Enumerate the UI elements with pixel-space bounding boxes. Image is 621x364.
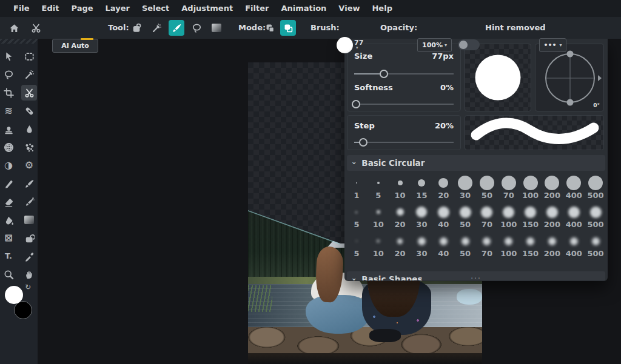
brush-hard-1[interactable]: 1 bbox=[346, 174, 368, 204]
brush-soft-500[interactable]: 500 bbox=[585, 204, 606, 233]
mode-subtract-button[interactable] bbox=[262, 20, 278, 36]
brush-softer-200[interactable]: 200 bbox=[541, 233, 563, 262]
brush-soft-50[interactable]: 50 bbox=[454, 204, 476, 233]
brush-hard-500[interactable]: 500 bbox=[585, 174, 606, 204]
sidebar-tool-magic-wand[interactable] bbox=[21, 67, 37, 82]
brush-softer-70[interactable]: 70 bbox=[476, 233, 498, 262]
size-slider[interactable] bbox=[354, 70, 454, 78]
tool-gradient-button[interactable] bbox=[209, 20, 224, 36]
sidebar-tool-eraser[interactable] bbox=[1, 194, 16, 210]
angle-value: 0° bbox=[593, 102, 600, 108]
brush-hard-10[interactable]: 10 bbox=[389, 174, 411, 204]
sidebar-tool-move[interactable] bbox=[1, 48, 16, 64]
brush-soft-10[interactable]: 10 bbox=[368, 204, 389, 233]
brush-softer-30[interactable]: 30 bbox=[411, 233, 432, 262]
brush-softer-400[interactable]: 400 bbox=[563, 233, 585, 262]
step-slider-knob[interactable] bbox=[359, 138, 368, 147]
menu-edit[interactable]: Edit bbox=[36, 0, 65, 17]
sidebar-tool-pen[interactable] bbox=[1, 176, 16, 191]
brush-softer-500[interactable]: 500 bbox=[585, 233, 606, 262]
sidebar-tool-draw[interactable] bbox=[21, 176, 37, 191]
sidebar-tool-shape[interactable] bbox=[21, 230, 37, 246]
brush-softer-20[interactable]: 20 bbox=[389, 233, 411, 262]
menu-filter[interactable]: Filter bbox=[239, 0, 275, 17]
sidebar-tool-marquee[interactable] bbox=[21, 48, 37, 64]
panel-resize-handle[interactable]: ··· bbox=[344, 276, 608, 282]
sidebar-tool-text[interactable]: T. bbox=[1, 248, 16, 264]
sidebar-tool-detail-brush[interactable] bbox=[21, 194, 37, 210]
opacity-dropdown[interactable]: 100% ▾ bbox=[417, 38, 452, 52]
menu-layer[interactable]: Layer bbox=[99, 0, 136, 17]
brush-angle-widget[interactable]: 0° bbox=[535, 44, 604, 111]
brush-soft-200[interactable]: 200 bbox=[541, 204, 563, 233]
brush-soft-40[interactable]: 40 bbox=[432, 204, 454, 233]
size-slider-knob[interactable] bbox=[380, 70, 388, 78]
sidebar-tool-clone-stamp[interactable] bbox=[1, 121, 16, 137]
sidebar-tool-mesh[interactable] bbox=[1, 139, 16, 155]
tool-lasso-button[interactable] bbox=[189, 20, 204, 36]
sidebar-tool-cutout[interactable] bbox=[21, 85, 37, 101]
brush-soft-70[interactable]: 70 bbox=[476, 204, 498, 233]
sidebar-tool-fill[interactable] bbox=[1, 212, 16, 228]
menu-page[interactable]: Page bbox=[65, 0, 99, 17]
tool-draw-brush-button[interactable] bbox=[169, 20, 184, 36]
brush-soft-100[interactable]: 100 bbox=[498, 204, 520, 233]
brush-softer-5[interactable]: 5 bbox=[346, 233, 368, 262]
brush-hard-400[interactable]: 400 bbox=[563, 174, 585, 204]
brush-softer-150[interactable]: 150 bbox=[520, 233, 542, 262]
ai-auto-button[interactable]: AI Auto bbox=[52, 39, 98, 53]
sidebar-tool-zoom[interactable] bbox=[1, 266, 16, 282]
brush-hard-200[interactable]: 200 bbox=[541, 174, 563, 204]
sidebar-tool-distort[interactable]: ⊠ bbox=[1, 230, 16, 246]
sidebar-tool-liquify[interactable]: ≋ bbox=[1, 103, 16, 119]
brush-hard-100[interactable]: 100 bbox=[520, 174, 542, 204]
sidebar-tool-lasso[interactable] bbox=[1, 67, 16, 82]
background-color-swatch[interactable] bbox=[14, 301, 32, 319]
menu-animation[interactable]: Animation bbox=[275, 0, 332, 17]
menu-help[interactable]: Help bbox=[366, 0, 398, 17]
sidebar-tool-gradient[interactable] bbox=[21, 212, 37, 228]
menu-file[interactable]: File bbox=[7, 0, 36, 17]
brush-hard-30[interactable]: 30 bbox=[454, 174, 476, 204]
brush-preview-chip[interactable] bbox=[337, 37, 353, 53]
sidebar-tool-crop[interactable] bbox=[1, 85, 16, 101]
sidebar-tool-blur[interactable] bbox=[21, 121, 37, 137]
brush-hard-5[interactable]: 5 bbox=[368, 174, 389, 204]
brush-hard-50[interactable]: 50 bbox=[476, 174, 498, 204]
tool-shape-select-button[interactable] bbox=[129, 20, 144, 36]
brush-soft-150[interactable]: 150 bbox=[520, 204, 542, 233]
brush-softer-40[interactable]: 40 bbox=[432, 233, 454, 262]
current-tool-cutout-icon[interactable] bbox=[28, 20, 44, 36]
brush-softer-100[interactable]: 100 bbox=[498, 233, 520, 262]
hint-toggle[interactable] bbox=[458, 39, 480, 50]
brush-soft-5[interactable]: 5 bbox=[346, 204, 368, 233]
brush-hard-70[interactable]: 70 bbox=[498, 174, 520, 204]
more-options-button[interactable]: ••• ▾ bbox=[539, 38, 566, 52]
home-button[interactable] bbox=[6, 20, 22, 36]
softness-slider-knob[interactable] bbox=[352, 100, 360, 108]
brush-soft-20[interactable]: 20 bbox=[389, 204, 411, 233]
softness-slider[interactable] bbox=[354, 100, 454, 108]
menu-select[interactable]: Select bbox=[136, 0, 175, 17]
brush-softer-50[interactable]: 50 bbox=[454, 233, 476, 262]
swap-colors-icon[interactable]: ↻ bbox=[25, 283, 31, 291]
brush-hard-15[interactable]: 15 bbox=[411, 174, 432, 204]
sidebar-tool-adjust[interactable]: ⚙ bbox=[21, 157, 37, 173]
mode-add-button[interactable] bbox=[280, 20, 296, 36]
section-basic-circular[interactable]: › Basic Circular bbox=[347, 155, 605, 171]
brush-hard-20[interactable]: 20 bbox=[432, 174, 454, 204]
tool-magic-wand-button[interactable] bbox=[149, 20, 164, 36]
sidebar-tool-hand[interactable] bbox=[21, 266, 37, 282]
brush-softer-10[interactable]: 10 bbox=[368, 233, 389, 262]
sidebar-tool-dodge-burn[interactable]: ◑ bbox=[1, 157, 16, 173]
brush-tip-preview bbox=[465, 44, 531, 111]
sidebar-tool-eyedropper[interactable] bbox=[21, 248, 37, 264]
menu-adjustment[interactable]: Adjustment bbox=[175, 0, 239, 17]
menu-view[interactable]: View bbox=[332, 0, 366, 17]
sidebar-tool-dither[interactable] bbox=[21, 139, 37, 155]
brush-soft-30[interactable]: 30 bbox=[411, 204, 432, 233]
step-slider[interactable] bbox=[354, 138, 454, 147]
foreground-color-swatch[interactable] bbox=[5, 286, 23, 304]
brush-soft-400[interactable]: 400 bbox=[563, 204, 585, 233]
sidebar-tool-heal[interactable] bbox=[21, 103, 37, 119]
